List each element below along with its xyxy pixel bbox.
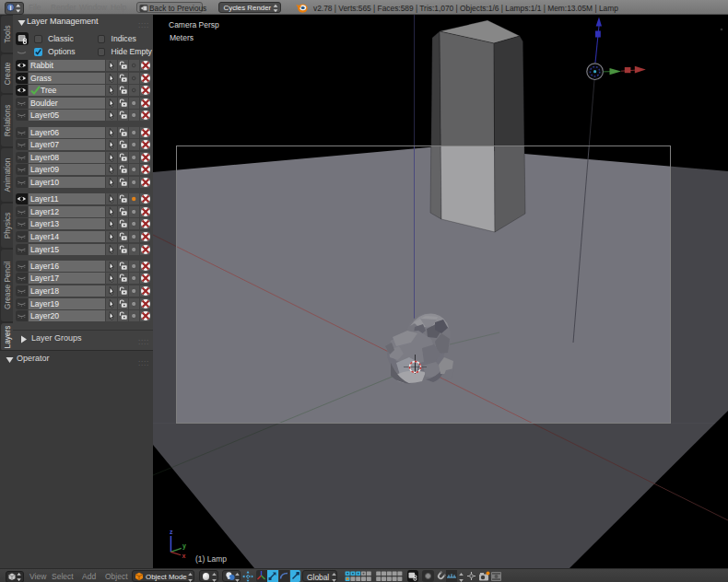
svg-text:Meters: Meters xyxy=(170,33,194,42)
svg-text:y: y xyxy=(182,542,186,550)
svg-text:i: i xyxy=(9,5,11,11)
svg-text:z: z xyxy=(170,529,173,535)
svg-text:x: x xyxy=(182,553,186,559)
svg-text:Camera Persp: Camera Persp xyxy=(169,20,219,29)
svg-text:(1) Lamp: (1) Lamp xyxy=(195,554,227,564)
